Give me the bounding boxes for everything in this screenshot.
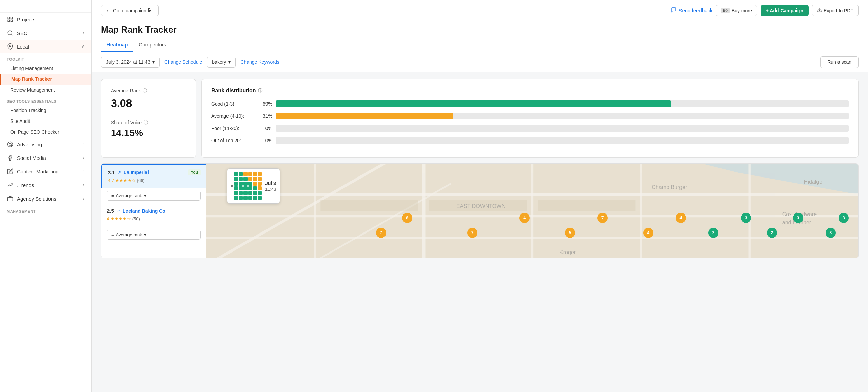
svg-line-9 xyxy=(8,143,9,144)
stars-icon: 4 ★★★★☆ xyxy=(107,216,131,221)
map-list-panel: 3.1 ↗ La Imperial You 4.7 ★★★★☆ (66) ≡ A… xyxy=(101,164,206,258)
heatmap-cell xyxy=(239,177,243,181)
map-pin[interactable]: 7 xyxy=(467,228,477,238)
sidebar-item-review-management[interactable]: Review Management xyxy=(0,85,91,95)
heatmap-cell xyxy=(258,196,262,200)
sidebar-logo-area xyxy=(0,0,91,13)
avg-rank-label: Average rank xyxy=(116,232,142,237)
share-of-voice-value: 14.15% xyxy=(111,128,186,138)
list-biz-name[interactable]: Leeland Baking Co xyxy=(123,208,201,214)
map-pin[interactable]: 4 xyxy=(519,213,530,223)
avg-rank-dropdown[interactable]: ≡ Average rank ▾ xyxy=(107,191,201,201)
seo-chevron-icon: › xyxy=(83,31,84,35)
map-tooltip: × Jul 3 11:43 xyxy=(227,168,280,204)
date-label: July 3, 2024 at 11:43 xyxy=(106,59,150,65)
sidebar-item-social-media[interactable]: Social Media › xyxy=(0,151,91,165)
list-biz-name[interactable]: La Imperial xyxy=(124,170,185,175)
map-pin[interactable]: 3 xyxy=(839,213,849,223)
you-badge: You xyxy=(188,169,201,175)
back-arrow-icon: ← xyxy=(106,8,111,13)
sidebar-item-position-tracking[interactable]: Position Tracking xyxy=(0,105,91,116)
rank-bar-fill xyxy=(276,113,453,119)
svg-rect-2 xyxy=(8,20,9,22)
buy-more-button[interactable]: 50 Buy more xyxy=(716,5,757,16)
rank-row: Out of Top 20: 0% xyxy=(211,137,849,144)
rank-row-label: Poor (11-20): xyxy=(211,126,255,131)
sidebar-item-on-page-seo[interactable]: On Page SEO Checker xyxy=(0,127,91,137)
agency-solutions-icon xyxy=(7,195,14,202)
svg-point-8 xyxy=(9,143,11,145)
map-list-item[interactable]: 2.5 ↗ Leeland Baking Co 4 ★★★★☆ (50) xyxy=(101,203,206,226)
back-to-campaign-button[interactable]: ← Go to campaign list xyxy=(101,5,159,16)
stats-row: Average Rank ⓘ 3.08 Share of Voice ⓘ 14.… xyxy=(101,79,859,158)
date-picker-button[interactable]: July 3, 2024 at 11:43 ▾ xyxy=(101,57,160,68)
export-label: Export to PDF xyxy=(824,8,853,13)
sidebar-item-content-marketing[interactable]: Content Marketing › xyxy=(0,165,91,178)
rank-row-pct: 69% xyxy=(259,101,272,107)
tab-heatmap[interactable]: Heatmap xyxy=(101,38,133,52)
rank-row-label: Out of Top 20: xyxy=(211,138,255,143)
map-pin[interactable]: 7 xyxy=(597,213,608,223)
map-pin[interactable]: 7 xyxy=(376,228,386,238)
sidebar-item-site-audit[interactable]: Site Audit xyxy=(0,116,91,127)
sidebar-item-listing-management[interactable]: Listing Management xyxy=(0,63,91,74)
map-pin[interactable]: 4 xyxy=(643,228,653,238)
map-area: EAST DOWNTOWN Moon Tower Inn Champ Burge… xyxy=(206,164,858,258)
heatmap-cell xyxy=(234,186,238,190)
list-item-rating: 4 ★★★★☆ (50) xyxy=(107,216,201,221)
buy-more-label: Buy more xyxy=(732,8,752,13)
tab-competitors[interactable]: Competitors xyxy=(133,38,172,52)
map-pin[interactable]: 2 xyxy=(767,228,777,238)
average-rank-label: Average Rank ⓘ xyxy=(111,88,186,94)
sidebar-item-seo[interactable]: SEO › xyxy=(0,26,91,40)
map-list-item[interactable]: 3.1 ↗ La Imperial You 4.7 ★★★★☆ (66) xyxy=(101,165,206,188)
sidebar-item-projects[interactable]: Projects xyxy=(0,13,91,26)
change-schedule-link[interactable]: Change Schedule xyxy=(164,59,202,65)
heatmap-cell xyxy=(239,191,243,195)
content-area: Average Rank ⓘ 3.08 Share of Voice ⓘ 14.… xyxy=(92,72,868,392)
page-header: Map Rank Tracker Heatmap Competitors xyxy=(92,21,868,52)
tooltip-close-button[interactable]: × xyxy=(231,183,233,189)
add-campaign-button[interactable]: + Add Campaign xyxy=(761,5,809,16)
sidebar-item-local[interactable]: Local ∨ xyxy=(0,40,91,53)
map-pin[interactable]: 3 xyxy=(741,213,751,223)
send-feedback-button[interactable]: Send feedback xyxy=(671,7,712,14)
trends-label: .Trends xyxy=(17,182,34,188)
svg-text:EAST DOWNTOWN: EAST DOWNTOWN xyxy=(456,203,506,209)
back-btn-label: Go to campaign list xyxy=(113,8,154,13)
heatmap-cell xyxy=(253,182,257,186)
advertising-chevron-icon: › xyxy=(83,142,84,147)
heatmap-cell xyxy=(253,196,257,200)
map-pin[interactable]: 5 xyxy=(565,228,575,238)
sidebar-item-map-rank-tracker[interactable]: Map Rank Tracker xyxy=(0,74,91,85)
tooltip-info: Jul 3 11:43 xyxy=(265,181,276,192)
export-pdf-button[interactable]: Export to PDF xyxy=(812,5,859,16)
rank-distribution-rows: Good (1-3): 69% Average (4-10): 31% Poor… xyxy=(211,100,849,144)
sidebar-item-trends[interactable]: .Trends › xyxy=(0,178,91,192)
agency-solutions-label: Agency Solutions xyxy=(17,196,56,202)
keyword-button[interactable]: bakery ▾ xyxy=(207,57,236,68)
map-pin[interactable]: 3 xyxy=(793,213,803,223)
map-pin[interactable]: 4 xyxy=(676,213,686,223)
svg-line-5 xyxy=(11,34,12,35)
rank-dist-info-icon: ⓘ xyxy=(258,88,262,94)
local-chevron-icon: ∨ xyxy=(81,44,84,49)
avg-rank-dropdown-icon: ▾ xyxy=(144,193,146,198)
change-keywords-link[interactable]: Change Keywords xyxy=(240,59,279,65)
rank-row-label: Good (1-3): xyxy=(211,101,255,107)
map-pin[interactable]: 3 xyxy=(826,228,836,238)
map-pin[interactable]: 8 xyxy=(402,213,412,223)
svg-rect-24 xyxy=(320,200,418,211)
date-dropdown-icon: ▾ xyxy=(152,59,155,65)
sidebar-item-agency-solutions[interactable]: Agency Solutions › xyxy=(0,192,91,205)
sidebar-item-advertising[interactable]: Advertising › xyxy=(0,137,91,151)
map-list-items: 3.1 ↗ La Imperial You 4.7 ★★★★☆ (66) ≡ A… xyxy=(101,165,206,226)
run-scan-button[interactable]: Run a scan xyxy=(820,56,859,68)
tooltip-time: 11:43 xyxy=(265,187,276,192)
heatmap-cell xyxy=(253,191,257,195)
map-pin[interactable]: 2 xyxy=(708,228,718,238)
avg-rank-select[interactable]: ≡ Average rank ▾ xyxy=(107,230,201,240)
rank-bar-bg xyxy=(276,100,849,107)
position-tracking-label: Position Tracking xyxy=(10,108,46,113)
feedback-label: Send feedback xyxy=(678,7,712,13)
